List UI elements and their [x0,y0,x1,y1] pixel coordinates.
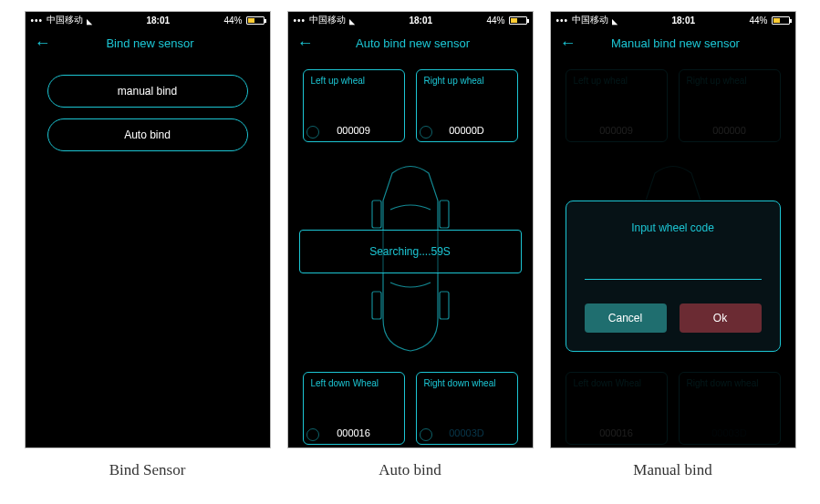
app-header: ← Manual bind new sensor [551,28,795,64]
battery-icon [246,16,265,25]
tire-icon [306,428,319,441]
carrier-label: 中国移动 [309,14,346,26]
status-time: 18:01 [355,15,486,26]
screen-manual-bind: 中国移动 18:01 44% ← Manual bind new sensor … [550,11,796,448]
header-title: Bind new sensor [62,36,239,50]
app-header: ← Bind new sensor [26,28,270,64]
battery-pct: 44% [223,15,242,26]
signal-icon [31,15,44,26]
carrier-label: 中国移动 [47,14,83,26]
status-bar: 中国移动 18:01 44% [288,12,533,28]
screen-bind-sensor: 中国移动 18:01 44% ← Bind new sensor manual … [25,11,271,448]
header-title: Auto bind new sensor [325,36,502,50]
status-bar: 中国移动 18:01 44% [26,12,270,28]
cancel-button[interactable]: Cancel [585,303,667,333]
caption-bind: Bind Sensor [25,461,271,479]
tire-icon [420,428,432,441]
header-title: Manual bind new sensor [587,36,764,50]
screen-auto-bind: 中国移动 18:01 44% ← Auto bind new sensor Le… [287,11,534,448]
wheel-box-left-down[interactable]: Left down Wheal 000016 [303,372,405,445]
manual-bind-button[interactable]: manual bind [47,75,248,108]
battery-icon [772,16,790,25]
back-icon[interactable]: ← [35,34,51,53]
modal-title: Input wheel code [631,221,714,234]
auto-bind-button[interactable]: Auto bind [47,118,248,151]
battery-icon [509,16,527,25]
status-time: 18:01 [618,15,749,26]
svg-rect-0 [372,201,381,228]
signal-icon [556,15,569,26]
wheel-box-right-down[interactable]: Right down wheal 00003D [416,372,518,445]
captions-row: Bind Sensor Auto bind Manual bind [11,461,809,479]
back-icon[interactable]: ← [560,34,576,53]
wheel-box-right-up[interactable]: Right up wheal 00000D [416,69,518,142]
caption-manual: Manual bind [550,461,796,479]
battery-pct: 44% [486,15,504,26]
wheel-code: 000016 [311,427,397,438]
input-wheel-code-modal: Input wheel code Cancel Ok [566,201,781,352]
searching-banner: Searching....59S [299,230,522,273]
tire-icon [306,126,319,139]
caption-auto: Auto bind [287,461,534,479]
svg-rect-3 [440,292,449,319]
wheel-label: Right up wheal [424,76,510,86]
svg-rect-1 [440,201,449,228]
searching-text: Searching....59S [369,245,451,258]
svg-rect-2 [372,292,381,319]
wheel-code: 00003D [424,427,510,438]
wheel-box-left-up[interactable]: Left up wheal 000009 [303,69,405,142]
battery-pct: 44% [749,15,767,26]
app-header: ← Auto bind new sensor [288,28,533,64]
wheel-label: Left up wheal [311,76,397,86]
wheel-code: 000009 [311,125,397,136]
status-time: 18:01 [92,15,223,26]
wheel-code: 00000D [424,125,510,136]
ok-button[interactable]: Ok [680,303,762,333]
wheel-label: Right down wheal [424,378,510,388]
carrier-label: 中国移动 [572,14,608,26]
tire-icon [420,126,432,139]
wheel-code-input[interactable] [585,258,762,280]
signal-icon [294,15,306,26]
wheel-label: Left down Wheal [311,378,397,388]
back-icon[interactable]: ← [297,34,314,53]
status-bar: 中国移动 18:01 44% [551,12,795,28]
